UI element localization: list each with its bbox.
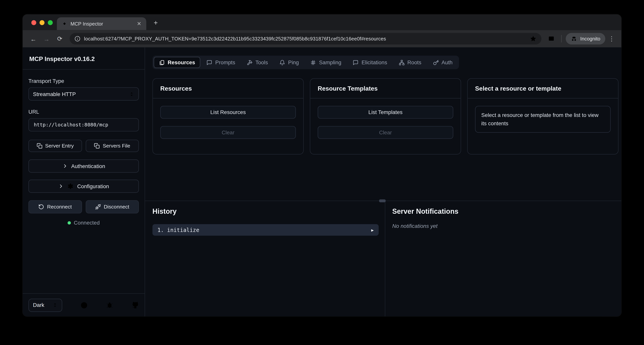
message-square-icon [206, 60, 212, 65]
history-title: History [152, 208, 378, 216]
tab-label: Auth [442, 59, 452, 66]
zoom-window-button[interactable] [48, 20, 53, 25]
rotate-ccw-icon [38, 204, 44, 210]
tab-auth[interactable]: Auth [428, 57, 458, 68]
chevrons-up-down-icon [129, 91, 134, 96]
resource-templates-panel-body: List Templates Clear [310, 98, 461, 146]
notifications-pane: Server Notifications No notifications ye… [385, 201, 621, 316]
server-url-input[interactable] [33, 122, 134, 128]
resource-detail-panel-body: Select a resource or template from the l… [468, 98, 618, 140]
tab-resources[interactable]: Resources [154, 57, 200, 68]
configuration-toggle[interactable]: Configuration [28, 180, 139, 193]
help-icon[interactable] [80, 302, 88, 309]
install-app-icon[interactable] [546, 33, 557, 44]
message-square-icon [353, 60, 359, 65]
resource-detail-placeholder: Select a resource or template from the l… [475, 106, 611, 132]
transport-type-select[interactable]: Streamable HTTP [28, 87, 139, 100]
history-item[interactable]: 1. initialize ▶ [152, 224, 378, 236]
resources-panel-body: List Resources Clear [153, 98, 303, 146]
server-entry-button[interactable]: Server Entry [28, 140, 82, 152]
unplug-icon [95, 204, 101, 210]
tab-prompts[interactable]: Prompts [201, 57, 240, 68]
tab-label: Elicitations [362, 59, 387, 66]
copy-icon [94, 143, 100, 149]
configuration-label: Configuration [77, 183, 109, 189]
copy-icon [36, 143, 42, 149]
tab-tools[interactable]: Tools [242, 57, 274, 68]
url-text[interactable]: localhost:6274/?MCP_PROXY_AUTH_TOKEN=9e7… [84, 36, 526, 42]
bottom-split: History 1. initialize ▶ Server Notificat… [145, 200, 621, 316]
github-icon[interactable] [132, 302, 139, 309]
list-templates-button[interactable]: List Templates [318, 106, 453, 119]
site-info-icon[interactable] [74, 36, 80, 42]
reconnect-button[interactable]: Reconnect [28, 200, 82, 213]
url-label: URL [28, 109, 139, 115]
browser-tab[interactable]: MCP Inspector ✕ [57, 17, 146, 30]
resource-templates-panel-title: Resource Templates [310, 78, 461, 98]
tab-label: Resources [168, 59, 195, 66]
clear-templates-button[interactable]: Clear [318, 126, 453, 139]
toolbar-divider [561, 35, 562, 42]
hammer-icon [247, 60, 252, 65]
close-window-button[interactable] [31, 20, 36, 25]
incognito-icon [571, 36, 578, 42]
app-title: MCP Inspector v0.16.2 [23, 48, 145, 70]
list-resources-button[interactable]: List Resources [160, 106, 296, 119]
tab-favicon-icon [62, 21, 67, 26]
forward-button[interactable]: → [41, 33, 52, 44]
network-icon [399, 60, 404, 65]
disconnect-label: Disconnect [104, 204, 129, 210]
authentication-label: Authentication [71, 163, 105, 169]
servers-file-button[interactable]: Servers File [86, 140, 139, 152]
browser-window: MCP Inspector ✕ + ← → ⟳ localhost:6274/?… [23, 14, 621, 316]
bug-report-icon[interactable] [106, 302, 113, 309]
server-url-field[interactable] [28, 118, 139, 132]
browser-menu-icon[interactable]: ⋮ [607, 35, 616, 42]
resources-panel: Resources List Resources Clear [152, 78, 304, 154]
incognito-badge: Incognito [566, 33, 605, 44]
connection-status: Connected [28, 220, 139, 226]
sidebar-footer: Dark [23, 293, 145, 316]
tab-roots[interactable]: Roots [393, 57, 426, 68]
history-pane: History 1. initialize ▶ [145, 201, 385, 316]
browser-toolbar: ← → ⟳ localhost:6274/?MCP_PROXY_AUTH_TOK… [23, 30, 621, 47]
bookmark-star-icon[interactable] [530, 36, 536, 42]
tab-elicitations[interactable]: Elicitations [348, 57, 392, 68]
theme-select[interactable]: Dark [28, 298, 62, 312]
theme-value: Dark [33, 302, 44, 308]
tab-close-icon[interactable]: ✕ [135, 20, 143, 27]
address-bar[interactable]: localhost:6274/?MCP_PROXY_AUTH_TOKEN=9e7… [70, 33, 542, 44]
tab-label: Roots [408, 59, 421, 66]
server-entry-label: Server Entry [45, 143, 74, 149]
tab-label: Ping [288, 59, 299, 66]
expand-arrow-icon[interactable]: ▶ [371, 228, 374, 232]
new-tab-button[interactable]: + [150, 18, 161, 28]
authentication-toggle[interactable]: Authentication [28, 160, 139, 173]
browser-tabstrip: MCP Inspector ✕ + [23, 14, 621, 30]
chevron-right-icon [58, 183, 64, 189]
tab-ping[interactable]: Ping [274, 57, 304, 68]
tab-sampling[interactable]: Sampling [305, 57, 346, 68]
tab-label: Prompts [215, 59, 235, 66]
servers-file-label: Servers File [103, 143, 130, 149]
status-dot [68, 221, 71, 224]
tab-title: MCP Inspector [70, 21, 132, 26]
resource-detail-panel-title: Select a resource or template [468, 78, 618, 98]
gear-icon [68, 183, 74, 190]
reload-button[interactable]: ⟳ [54, 33, 66, 44]
back-button[interactable]: ← [28, 33, 39, 44]
notifications-empty-text: No notifications yet [392, 223, 614, 229]
minimize-window-button[interactable] [40, 20, 44, 25]
incognito-label: Incognito [580, 36, 600, 42]
window-controls [31, 20, 53, 25]
clear-resources-button[interactable]: Clear [160, 126, 296, 139]
sidebar-body: Transport Type Streamable HTTP URL [23, 78, 145, 226]
bell-icon [280, 60, 285, 65]
splitter-grip[interactable] [379, 200, 386, 202]
disconnect-button[interactable]: Disconnect [86, 200, 139, 213]
tab-label: Sampling [319, 59, 341, 66]
sidebar: MCP Inspector v0.16.2 Transport Type Str… [23, 48, 145, 316]
connection-buttons-row: Reconnect Disconnect [28, 200, 139, 213]
resources-panel-title: Resources [153, 78, 303, 98]
notifications-title: Server Notifications [392, 208, 614, 216]
